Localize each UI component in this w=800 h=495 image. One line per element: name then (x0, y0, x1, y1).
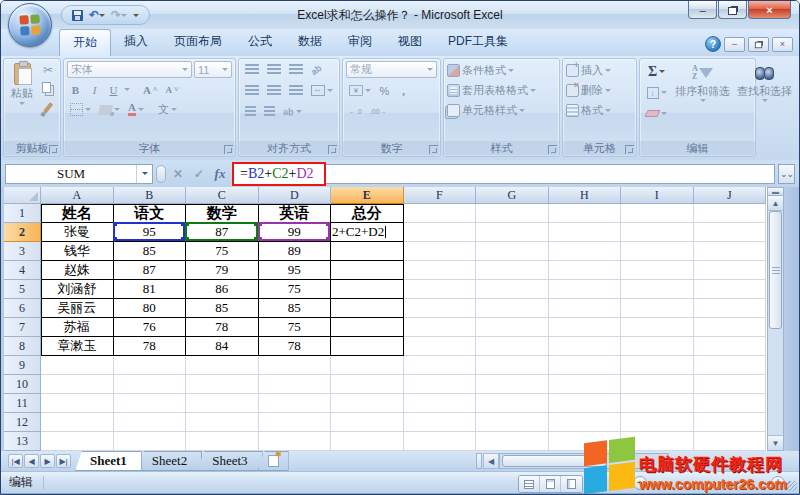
format-cells-button[interactable]: 格式 (566, 103, 633, 118)
close-button[interactable]: × (748, 1, 791, 19)
cell-E7[interactable] (331, 318, 404, 337)
row-header-1[interactable]: 1 (4, 204, 41, 223)
cell-C4[interactable]: 79 (186, 261, 259, 280)
cell-I1[interactable] (621, 204, 694, 223)
qat-customize-button[interactable] (131, 7, 141, 23)
cell-I4[interactable] (621, 261, 694, 280)
cell-B4[interactable]: 87 (114, 261, 187, 280)
increase-decimal-button[interactable]: ←.0 (346, 103, 365, 120)
cell-A3[interactable]: 钱华 (41, 242, 114, 261)
cell-B8[interactable]: 78 (114, 337, 187, 356)
italic-button[interactable]: I (86, 81, 103, 98)
cell-I8[interactable] (621, 337, 694, 356)
cell-I11[interactable] (621, 394, 694, 413)
cell-D9[interactable] (259, 356, 332, 375)
first-sheet-button[interactable]: |◀ (8, 454, 23, 468)
cell-H9[interactable] (549, 356, 622, 375)
cell-C1[interactable]: 数学 (186, 204, 259, 223)
cell-A11[interactable] (41, 394, 114, 413)
col-header-E[interactable]: E (331, 187, 404, 204)
sort-filter-button[interactable]: AZ 排序和筛选 (673, 61, 732, 139)
paste-button[interactable]: 粘贴 (7, 61, 37, 139)
shrink-font-button[interactable]: A (163, 81, 182, 98)
col-header-I[interactable]: I (621, 187, 694, 204)
percent-button[interactable]: % (376, 82, 393, 99)
cell-D4[interactable]: 95 (259, 261, 332, 280)
page-layout-view-button[interactable] (540, 476, 561, 492)
cell-D1[interactable]: 英语 (259, 204, 332, 223)
cell-F13[interactable] (404, 432, 477, 451)
cell-F11[interactable] (404, 394, 477, 413)
cell-E9[interactable] (331, 356, 404, 375)
cell-B5[interactable]: 81 (114, 280, 187, 299)
cell-J2[interactable] (694, 223, 767, 242)
insert-cells-button[interactable]: 插入 (566, 63, 633, 78)
cell-F7[interactable] (404, 318, 477, 337)
row-header-4[interactable]: 4 (4, 261, 41, 280)
cell-J1[interactable] (694, 204, 767, 223)
row-header-2[interactable]: 2 (4, 223, 41, 242)
cell-H11[interactable] (549, 394, 622, 413)
name-box-dropdown[interactable] (136, 165, 152, 183)
cell-A9[interactable] (41, 356, 114, 375)
undo-button[interactable]: ↶ (87, 7, 107, 23)
cell-A6[interactable]: 吴丽云 (41, 299, 114, 318)
copy-button[interactable] (39, 80, 57, 97)
cell-J3[interactable] (694, 242, 767, 261)
cell-G2[interactable] (476, 223, 549, 242)
align-center-button[interactable] (264, 82, 284, 99)
sheet-tab-Sheet2[interactable]: Sheet2 (137, 451, 202, 471)
cell-G11[interactable] (476, 394, 549, 413)
cell-D8[interactable]: 78 (259, 337, 332, 356)
cell-H8[interactable] (549, 337, 622, 356)
cell-I12[interactable] (621, 413, 694, 432)
align-middle-button[interactable] (264, 61, 284, 78)
cell-J9[interactable] (694, 356, 767, 375)
conditional-formatting-button[interactable]: 条件格式 (447, 63, 556, 78)
fill-button[interactable]: ↓ (643, 84, 670, 101)
cell-I2[interactable] (621, 223, 694, 242)
cell-A13[interactable] (41, 432, 114, 451)
cell-F8[interactable] (404, 337, 477, 356)
formula-bar-split-handle[interactable] (156, 165, 166, 183)
cell-A5[interactable]: 刘涵舒 (41, 280, 114, 299)
cell-I10[interactable] (621, 375, 694, 394)
number-format-select[interactable]: 常规 (346, 61, 437, 78)
cell-G4[interactable] (476, 261, 549, 280)
borders-button[interactable] (67, 101, 94, 118)
workbook-restore-button[interactable] (748, 37, 769, 52)
cell-G5[interactable] (476, 280, 549, 299)
tab-PDF工具集[interactable]: PDF工具集 (435, 29, 521, 56)
prev-sheet-button[interactable]: ◀ (24, 454, 39, 468)
font-name-select[interactable]: 宋体 (67, 61, 192, 78)
autosum-button[interactable]: Σ (643, 63, 670, 80)
cell-I3[interactable] (621, 242, 694, 261)
col-header-H[interactable]: H (549, 187, 622, 204)
col-header-B[interactable]: B (114, 187, 187, 204)
cell-D13[interactable] (259, 432, 332, 451)
cell-A7[interactable]: 苏福 (41, 318, 114, 337)
dialog-launcher-cells[interactable] (625, 145, 634, 154)
bold-button[interactable]: B (67, 81, 84, 98)
cell-G12[interactable] (476, 413, 549, 432)
tab-视图[interactable]: 视图 (385, 29, 435, 56)
row-header-13[interactable]: 13 (4, 432, 41, 451)
cell-H1[interactable] (549, 204, 622, 223)
cell-C12[interactable] (186, 413, 259, 432)
cell-A10[interactable] (41, 375, 114, 394)
accounting-format-button[interactable]: ¥ (346, 82, 374, 99)
cell-E6[interactable] (331, 299, 404, 318)
expand-formula-bar-button[interactable]: ⌄⌄ (778, 164, 795, 184)
cell-J5[interactable] (694, 280, 767, 299)
cell-C9[interactable] (186, 356, 259, 375)
cell-H3[interactable] (549, 242, 622, 261)
cell-J4[interactable] (694, 261, 767, 280)
page-break-view-button[interactable] (561, 476, 582, 492)
cell-J8[interactable] (694, 337, 767, 356)
font-color-button[interactable]: A (125, 101, 147, 118)
cell-F2[interactable] (404, 223, 477, 242)
tab-开始[interactable]: 开始 (59, 29, 111, 56)
dialog-launcher-clipboard[interactable] (49, 145, 58, 154)
cell-D10[interactable] (259, 375, 332, 394)
cell-G10[interactable] (476, 375, 549, 394)
